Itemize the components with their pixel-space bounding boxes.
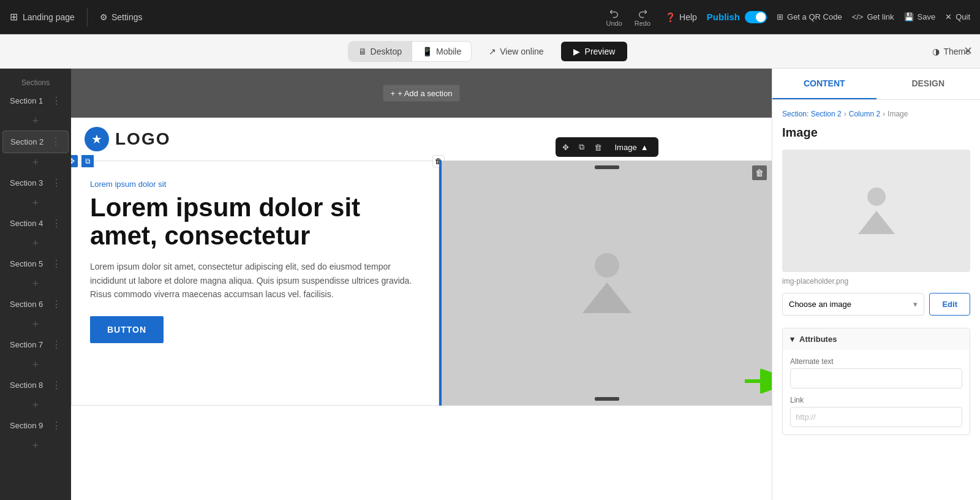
tab-content[interactable]: CONTENT: [772, 69, 876, 99]
breadcrumb-element: Image: [888, 110, 908, 118]
alt-text-input[interactable]: [790, 368, 962, 388]
panel-title: Image: [782, 126, 970, 140]
section9-menu-icon[interactable]: ⋮: [51, 420, 61, 431]
move-icon[interactable]: ✥: [557, 140, 574, 154]
delete-element-icon[interactable]: 🗑: [589, 140, 607, 154]
plus-icon: +: [391, 89, 396, 98]
choose-image-button[interactable]: Choose an image ▾: [782, 293, 924, 316]
breadcrumb-section[interactable]: Section: Section 2: [782, 110, 842, 118]
sidebar-add-4: +: [0, 235, 71, 252]
sidebar-add-3: +: [0, 194, 71, 212]
section8-menu-icon[interactable]: ⋮: [51, 379, 61, 391]
topbar-left: ⊞ Landing page: [10, 11, 75, 23]
divider-1: [87, 8, 88, 26]
column-button[interactable]: BUTTON: [90, 316, 164, 343]
view-online-label: View online: [500, 47, 543, 56]
add-after-section2-button[interactable]: +: [32, 156, 39, 169]
image-actions: Choose an image ▾ Edit: [782, 293, 970, 316]
add-after-section6-button[interactable]: +: [32, 318, 39, 331]
sidebar-item-section1[interactable]: Section 1 ⋮: [2, 90, 69, 112]
chevron-up-icon[interactable]: ▲: [641, 143, 649, 152]
section3-menu-icon[interactable]: ⋮: [51, 177, 61, 189]
undo-button[interactable]: Undo: [601, 5, 627, 29]
toolbar2: 🖥 Desktop 📱 Mobile ↗ View online ▶ Previ…: [0, 34, 980, 69]
link-input[interactable]: [790, 407, 962, 427]
sidebar-add-1: +: [0, 112, 71, 130]
section1-menu-icon[interactable]: ⋮: [51, 95, 61, 107]
logo-area[interactable]: ★ LOGO: [85, 127, 170, 151]
image-toolbar: ✥ ⧉ 🗑 Image ▲: [555, 137, 658, 157]
page-title[interactable]: Landing page: [23, 12, 75, 22]
desktop-icon: 🖥: [358, 47, 367, 56]
undo-redo-group: Undo Redo: [601, 5, 655, 29]
publish-toggle[interactable]: [745, 11, 767, 23]
add-after-section5-button[interactable]: +: [32, 278, 39, 290]
redo-button[interactable]: Redo: [630, 5, 655, 29]
sidebar-item-label: Section 6: [10, 300, 43, 309]
sidebar-item-section6[interactable]: Section 6 ⋮: [2, 294, 69, 315]
add-after-section7-button[interactable]: +: [32, 358, 39, 371]
publish-button[interactable]: Publish: [707, 11, 767, 23]
add-section-button[interactable]: + + Add a section: [383, 85, 460, 102]
image-resize-top-handle[interactable]: [595, 165, 619, 169]
add-section-label: + Add a section: [398, 89, 452, 98]
attributes-header[interactable]: ▾ Attributes: [783, 328, 970, 350]
image-delete-button[interactable]: 🗑: [752, 165, 767, 180]
col-heading: Lorem ipsum dolor sit amet, consectetur: [90, 194, 420, 250]
quit-button[interactable]: ✕ Quit: [945, 12, 970, 21]
topbar-right: Undo Redo ❓ Help Publish ⊞ Get a QR Code…: [601, 5, 970, 29]
sidebar-item-section2[interactable]: Section 2 ⋮: [2, 131, 69, 153]
add-after-section9-button[interactable]: +: [32, 439, 39, 452]
copy-icon[interactable]: ⧉: [81, 155, 94, 167]
sidebar-item-section3[interactable]: Section 3 ⋮: [2, 172, 69, 194]
preview-circle: [867, 188, 886, 206]
image-toolbar-label: Image ▲: [607, 140, 655, 154]
help-icon: ❓: [665, 12, 676, 22]
section2-menu-icon[interactable]: ⋮: [51, 136, 61, 148]
settings-button[interactable]: ⚙ Settings: [100, 12, 143, 22]
help-button[interactable]: ❓ Help: [665, 12, 697, 22]
mobile-button[interactable]: 📱 Mobile: [412, 42, 471, 61]
qr-button[interactable]: ⊞ Get a QR Code: [777, 12, 842, 21]
breadcrumb-sep1: ›: [844, 110, 846, 118]
sidebar-item-section5[interactable]: Section 5 ⋮: [2, 253, 69, 275]
add-after-section1-button[interactable]: +: [32, 115, 39, 127]
section5-menu-icon[interactable]: ⋮: [51, 258, 61, 270]
sidebar-item-section7[interactable]: Section 7 ⋮: [2, 334, 69, 355]
undo-label: Undo: [606, 20, 622, 27]
edit-image-button[interactable]: Edit: [929, 293, 970, 316]
save-icon: 💾: [904, 12, 914, 21]
drag-handle-icon[interactable]: ✥: [71, 155, 78, 167]
section6-menu-icon[interactable]: ⋮: [51, 298, 61, 310]
chevron-down-icon: ▾: [913, 300, 918, 309]
add-after-section4-button[interactable]: +: [32, 237, 39, 250]
attributes-body: Alternate text Link: [783, 350, 970, 434]
sidebar-add-9: +: [0, 437, 71, 455]
section4-menu-icon[interactable]: ⋮: [51, 218, 61, 229]
placeholder-circle: [595, 253, 619, 278]
canvas-header-section: + + Add a section: [71, 69, 772, 118]
add-after-section3-button[interactable]: +: [32, 197, 39, 210]
sidebar-item-section4[interactable]: Section 4 ⋮: [2, 213, 69, 234]
view-toggle-group: 🖥 Desktop 📱 Mobile: [348, 41, 472, 62]
get-link-button[interactable]: </> Get link: [852, 12, 894, 21]
preview-triangle: [858, 211, 895, 234]
sidebar-item-section8[interactable]: Section 8 ⋮: [2, 374, 69, 396]
desktop-button[interactable]: 🖥 Desktop: [349, 42, 412, 61]
sidebar-item-label: Section 9: [10, 421, 43, 430]
right-panel: CONTENT DESIGN ✕ Section: Section 2 › Co…: [772, 69, 980, 500]
sidebar-item-label: Section 4: [10, 219, 43, 228]
breadcrumb-column[interactable]: Column 2: [849, 110, 880, 118]
sidebar-item-section9[interactable]: Section 9 ⋮: [2, 415, 69, 436]
sidebar-title: Sections: [0, 74, 71, 89]
add-after-section8-button[interactable]: +: [32, 399, 39, 412]
copy-element-icon[interactable]: ⧉: [574, 140, 589, 154]
preview-button[interactable]: ▶ Preview: [561, 42, 628, 61]
save-button[interactable]: 💾 Save: [904, 12, 936, 21]
view-online-button[interactable]: ↗ View online: [479, 42, 553, 61]
attributes-section: ▾ Attributes Alternate text Link: [782, 328, 970, 435]
logo-text: LOGO: [115, 129, 170, 149]
section7-menu-icon[interactable]: ⋮: [51, 339, 61, 350]
image-resize-bottom-handle[interactable]: [595, 397, 619, 401]
tab-design[interactable]: DESIGN: [876, 69, 981, 99]
